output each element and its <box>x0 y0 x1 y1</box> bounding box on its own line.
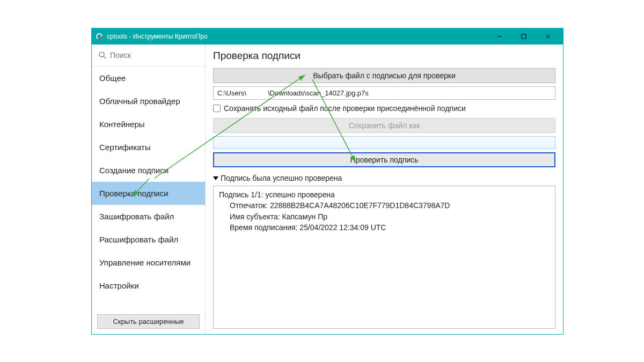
save-as-button: Сохранить файл как <box>213 118 555 133</box>
sidebar-item-settings[interactable]: Настройки <box>92 274 205 297</box>
result-line-thumbprint: Отпечаток: 22888B2B4CA7A48206C10E7F779D1… <box>219 200 550 211</box>
result-line-summary: Подпись 1/1: успешно проверена <box>219 189 550 200</box>
window-body: Общее Облачный провайдер Контейнеры Серт… <box>92 45 563 334</box>
minimize-button[interactable] <box>487 28 511 45</box>
search-icon <box>98 51 107 60</box>
search-wrap <box>92 45 205 67</box>
svg-rect-3 <box>522 34 526 39</box>
window-controls <box>487 28 560 45</box>
save-source-checkbox-row[interactable]: Сохранять исходный файл после проверки п… <box>213 103 555 115</box>
sidebar-item-cloud-provider[interactable]: Облачный провайдер <box>92 90 205 113</box>
result-box[interactable]: Подпись 1/1: успешно проверена Отпечаток… <box>213 186 555 329</box>
select-file-button[interactable]: Выбрать файл с подписью для проверки <box>213 68 555 83</box>
main-panel: Проверка подписи Выбрать файл с подписью… <box>206 45 563 334</box>
hide-advanced-button[interactable]: Скрыть расширенные <box>97 314 200 329</box>
sidebar: Общее Облачный провайдер Контейнеры Серт… <box>92 45 206 334</box>
maximize-button[interactable] <box>511 28 536 45</box>
sidebar-item-containers[interactable]: Контейнеры <box>92 113 205 136</box>
titlebar: cptools - Инструменты КриптоПро <box>92 28 563 45</box>
sidebar-item-certificates[interactable]: Сертификаты <box>92 136 205 159</box>
sidebar-item-decrypt-file[interactable]: Расшифровать файл <box>92 228 205 251</box>
page-title: Проверка подписи <box>213 50 555 62</box>
svg-point-6 <box>99 52 104 57</box>
result-line-subject: Имя субъекта: Капсамун Пр <box>219 211 550 222</box>
close-button[interactable] <box>536 28 560 45</box>
file-path-input[interactable]: C:\Users\ \Downloads\scan_14027.jpg.p7s <box>213 86 555 100</box>
sidebar-item-create-signature[interactable]: Создание подписи <box>92 159 205 182</box>
sidebar-item-encrypt-file[interactable]: Зашифровать файл <box>92 205 205 228</box>
search-input[interactable] <box>110 51 204 60</box>
window-title: cptools - Инструменты КриптоПро <box>107 33 487 40</box>
verify-button[interactable]: Проверить подпись <box>213 152 555 167</box>
save-source-checkbox[interactable] <box>213 105 221 112</box>
app-icon <box>95 32 104 41</box>
search-box[interactable] <box>96 48 201 63</box>
svg-line-7 <box>104 56 106 58</box>
sidebar-item-general[interactable]: Общее <box>92 67 205 90</box>
triangle-down-icon <box>213 176 218 180</box>
result-line-time: Время подписания: 25/04/2022 12:34:09 UT… <box>219 222 550 233</box>
nav-list: Общее Облачный провайдер Контейнеры Серт… <box>92 67 205 311</box>
save-source-label: Сохранять исходный файл после проверки п… <box>224 104 466 113</box>
result-header-text: Подпись была успешно проверена <box>221 174 342 182</box>
result-header[interactable]: Подпись была успешно проверена <box>213 171 555 182</box>
sidebar-item-verify-signature[interactable]: Проверка подписи <box>92 182 205 205</box>
app-window: cptools - Инструменты КриптоПро Общее Об… <box>91 28 564 335</box>
save-as-path-input[interactable] <box>213 136 555 149</box>
sidebar-item-manage-carriers[interactable]: Управление носителями <box>92 251 205 274</box>
